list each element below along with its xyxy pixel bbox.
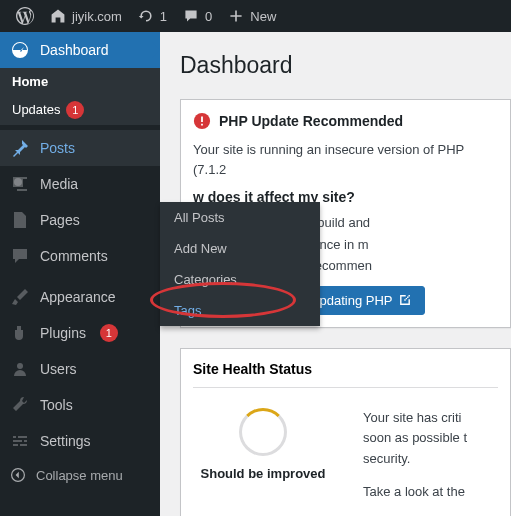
admin-sidebar: Dashboard Home Updates1 Posts Media Page… bbox=[0, 32, 160, 516]
sidebar-item-plugins[interactable]: Plugins 1 bbox=[0, 315, 160, 351]
site-name-label: jiyik.com bbox=[72, 9, 122, 24]
sidebar-item-users[interactable]: Users bbox=[0, 351, 160, 387]
sliders-icon bbox=[10, 431, 30, 451]
submenu-categories[interactable]: Categories bbox=[160, 264, 320, 295]
sidebar-label: Plugins bbox=[40, 325, 86, 341]
sidebar-item-posts[interactable]: Posts bbox=[0, 130, 160, 166]
sidebar-item-appearance[interactable]: Appearance bbox=[0, 279, 160, 315]
svg-point-0 bbox=[14, 178, 22, 186]
posts-flyout-submenu: All Posts Add New Categories Tags bbox=[160, 202, 320, 326]
submenu-tags[interactable]: Tags bbox=[160, 295, 320, 326]
panel-heading: PHP Update Recommended bbox=[193, 112, 498, 130]
sidebar-label: Posts bbox=[40, 140, 75, 156]
site-health-panel: Site Health Status Should be improved Yo… bbox=[180, 348, 511, 517]
sidebar-label: Users bbox=[40, 361, 77, 377]
new-content-button[interactable]: New bbox=[220, 0, 284, 32]
external-link-icon bbox=[398, 293, 412, 307]
sidebar-sub-updates[interactable]: Updates1 bbox=[0, 95, 160, 125]
brush-icon bbox=[10, 287, 30, 307]
sidebar-label: Pages bbox=[40, 212, 80, 228]
collapse-icon bbox=[10, 467, 26, 483]
comments-icon bbox=[10, 246, 30, 266]
plus-icon bbox=[228, 8, 244, 24]
media-icon bbox=[10, 174, 30, 194]
collapse-menu-button[interactable]: Collapse menu bbox=[0, 459, 160, 491]
plug-icon bbox=[10, 323, 30, 343]
updates-link[interactable]: 1 bbox=[130, 0, 175, 32]
collapse-label: Collapse menu bbox=[36, 468, 123, 483]
sidebar-item-pages[interactable]: Pages bbox=[0, 202, 160, 238]
health-ring-icon bbox=[239, 408, 287, 456]
health-description: Your site has critisoon as possible tsec… bbox=[363, 408, 467, 515]
wp-logo-button[interactable] bbox=[8, 0, 42, 32]
sidebar-label: Media bbox=[40, 176, 78, 192]
site-link[interactable]: jiyik.com bbox=[42, 0, 130, 32]
page-title: Dashboard bbox=[180, 52, 511, 79]
home-icon bbox=[50, 8, 66, 24]
sidebar-sub-home[interactable]: Home bbox=[0, 68, 160, 95]
comments-link[interactable]: 0 bbox=[175, 0, 220, 32]
admin-topbar: jiyik.com 1 0 New bbox=[0, 0, 511, 32]
submenu-add-new[interactable]: Add New bbox=[160, 233, 320, 264]
warning-icon bbox=[193, 112, 211, 130]
comments-count: 0 bbox=[205, 9, 212, 24]
refresh-icon bbox=[138, 8, 154, 24]
user-icon bbox=[10, 359, 30, 379]
pin-icon bbox=[10, 138, 30, 158]
sidebar-item-media[interactable]: Media bbox=[0, 166, 160, 202]
new-label: New bbox=[250, 9, 276, 24]
wordpress-icon bbox=[16, 7, 34, 25]
sidebar-label: Settings bbox=[40, 433, 91, 449]
updates-count: 1 bbox=[160, 9, 167, 24]
sidebar-item-tools[interactable]: Tools bbox=[0, 387, 160, 423]
sidebar-label: Appearance bbox=[40, 289, 116, 305]
updates-badge: 1 bbox=[66, 101, 84, 119]
sidebar-item-settings[interactable]: Settings bbox=[0, 423, 160, 459]
health-status-label: Should be improved bbox=[193, 466, 333, 481]
sidebar-label: Dashboard bbox=[40, 42, 109, 58]
comment-icon bbox=[183, 8, 199, 24]
panel-heading: Site Health Status bbox=[193, 361, 498, 388]
panel-text: Your site is running an insecure version… bbox=[193, 140, 498, 179]
plugins-badge: 1 bbox=[100, 324, 118, 342]
sidebar-label: Tools bbox=[40, 397, 73, 413]
page-icon bbox=[10, 210, 30, 230]
sidebar-label: Comments bbox=[40, 248, 108, 264]
svg-point-1 bbox=[17, 363, 23, 369]
sidebar-item-comments[interactable]: Comments bbox=[0, 238, 160, 274]
wrench-icon bbox=[10, 395, 30, 415]
submenu-all-posts[interactable]: All Posts bbox=[160, 202, 320, 233]
dashboard-icon bbox=[10, 40, 30, 60]
sidebar-item-dashboard[interactable]: Dashboard bbox=[0, 32, 160, 68]
sidebar-submenu-dashboard: Home Updates1 bbox=[0, 68, 160, 125]
